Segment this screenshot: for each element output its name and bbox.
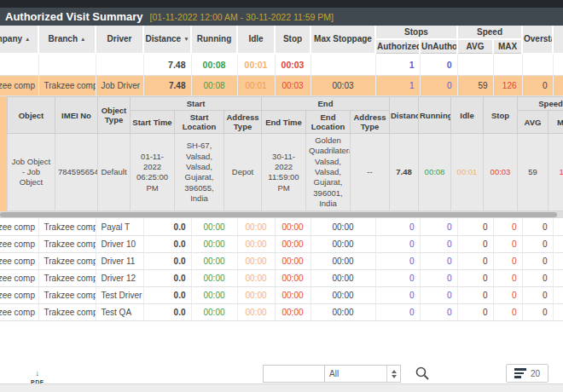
detail-col-group-end: End [262, 97, 390, 111]
cell-avg-speed: 0 [457, 235, 493, 252]
detail-horizontal-scrollbar[interactable] [0, 211, 563, 218]
col-header-avg-speed[interactable]: AVG [457, 39, 493, 54]
cell-avg-speed: 0 [457, 218, 493, 235]
cell-authorized: 1 [375, 76, 420, 96]
cell-unauthorized: 0 [420, 218, 457, 235]
col-header-running[interactable]: Running [191, 26, 237, 54]
cell-stop: 00:00 [275, 218, 311, 235]
cell-unauthorized: 0 [420, 252, 457, 269]
rows-per-page-icon [514, 368, 526, 378]
detail-col-imei: IMEI No [55, 97, 98, 134]
cell-running: 00:00 [191, 252, 237, 269]
cell-idle: 00:01 [451, 134, 484, 211]
cell-unauthorized: 0 [420, 269, 457, 286]
expanded-detail-panel: Object IMEI No Object Type Start End Dis… [0, 96, 563, 211]
sort-ascending-icon [78, 34, 85, 43]
col-header-idle[interactable]: Idle [237, 26, 275, 54]
col-label-distance: Distance [145, 34, 181, 43]
select-stepper-icon [386, 366, 400, 382]
cell-start-address-type: Depot [224, 134, 262, 211]
detail-col-address-type: Address Type [351, 111, 390, 134]
cell-distance: 0.0 [143, 218, 191, 235]
cell-avg-speed: 0 [457, 286, 493, 303]
cell-company: Trakzee comp [0, 252, 38, 269]
col-header-company[interactable]: Company [0, 26, 38, 54]
cell-total-overstay [522, 54, 553, 76]
cell-company: Trakzee comp [0, 218, 38, 235]
cell-total-running: 00:08 [191, 54, 237, 76]
cell-distance: 7.48 [390, 134, 419, 211]
detail-col-end-location: End Location [306, 111, 351, 134]
cell-idle: 00:01 [237, 76, 275, 96]
cell-overstay: 0 [522, 303, 553, 320]
table-row[interactable]: Trakzee comp Trakzee comp Driver 11 0.0 … [0, 252, 563, 269]
cell-driver: Job Driver [96, 76, 143, 96]
page-title: Authorized Visit Summary [5, 10, 143, 23]
expanded-driver-row[interactable]: Trakzee comp Trakzee comp Job Driver 7.4… [0, 76, 563, 96]
col-header-driver[interactable]: Driver [96, 26, 143, 54]
cell-overstay: 0 [522, 252, 553, 269]
table-row[interactable]: Trakzee comp Trakzee comp Driver 12 0.0 … [0, 269, 563, 286]
cell-max-stoppage: 00:00 [311, 286, 375, 303]
cell-total-unauthorized: 0 [420, 54, 457, 76]
col-header-branch[interactable]: Branch [38, 26, 96, 54]
col-header-stop[interactable]: Stop [275, 26, 311, 54]
table-row[interactable]: Trakzee comp Trakzee comp Test QA 0.0 00… [0, 303, 563, 320]
page-size-value: 20 [531, 369, 540, 378]
col-header-alert[interactable]: Alert [553, 26, 563, 54]
cell-distance: 0.0 [143, 235, 191, 252]
col-header-overstay[interactable]: Overstay [522, 26, 553, 54]
cell-alert [553, 76, 563, 96]
cell-company: Trakzee comp [0, 286, 38, 303]
report-date-range: [01-11-2022 12:00 AM - 30-11-2022 11:59 … [150, 12, 334, 22]
col-header-authorized[interactable]: Authorized [375, 39, 420, 54]
cell-max-speed: 0 [493, 269, 522, 286]
search-icon[interactable] [415, 366, 430, 384]
cell-stop: 00:03 [275, 76, 311, 96]
cell-idle: 00:00 [237, 286, 275, 303]
cell-max-stoppage: 00:00 [311, 269, 375, 286]
cell-running: 00:00 [191, 303, 237, 320]
col-group-speed: Speed [457, 26, 522, 39]
page-size-selector[interactable]: 20 [506, 364, 548, 383]
report-window: Authorized Visit Summary [01-11-2022 12:… [0, 0, 563, 392]
cell-alert [553, 303, 563, 320]
table-row[interactable]: Trakzee comp Trakzee comp Driver 10 0.0 … [0, 235, 563, 252]
search-input[interactable] [263, 365, 324, 383]
cell-distance: 0.0 [143, 269, 191, 286]
col-header-distance[interactable]: Distance [143, 26, 191, 54]
cell-max-speed: 0 [493, 235, 522, 252]
cell-end-location: Golden Quadrilateral, Valsad, Valsad, Gu… [306, 134, 351, 211]
cell-distance: 7.48 [143, 76, 191, 96]
cell-authorized: 0 [375, 218, 420, 235]
cell-idle: 00:00 [237, 218, 275, 235]
scrollbar-thumb[interactable] [0, 212, 557, 217]
cell-running: 00:00 [191, 218, 237, 235]
search-scope-select[interactable]: All [324, 365, 401, 383]
cell-running: 00:08 [191, 76, 237, 96]
cell-company: Trakzee comp [0, 269, 38, 286]
cell-end-time: 30-11-2022 11:59:00 PM [262, 134, 306, 211]
col-header-unauthorized[interactable]: UnAuthorized [420, 39, 457, 54]
cell-idle: 00:00 [237, 252, 275, 269]
cell-alert [553, 252, 563, 269]
detail-col-idle: Idle [451, 97, 484, 134]
table-row[interactable]: Trakzee comp Trakzee comp Payal T 0.0 00… [0, 218, 563, 235]
col-group-stops: Stops [375, 26, 457, 39]
cell-authorized: 0 [375, 286, 420, 303]
col-header-max-speed[interactable]: MAX [493, 39, 522, 54]
cell-max-stoppage: 00:00 [311, 303, 375, 320]
summary-table-rows: Trakzee comp Trakzee comp Payal T 0.0 00… [0, 218, 563, 321]
cell-object: Job Object - Job Object [8, 134, 55, 211]
table-row[interactable]: Trakzee comp Trakzee comp Test Driver 0.… [0, 286, 563, 303]
cell-company: Trakzee comp [0, 76, 38, 96]
detail-col-group-speed: Speed [518, 97, 563, 111]
cell-running: 00:00 [191, 269, 237, 286]
export-pdf-button[interactable]: PDF [31, 364, 44, 385]
detail-col-running: Running [419, 97, 451, 134]
cell-stop: 00:00 [275, 286, 311, 303]
cell-max-stoppage: 00:00 [311, 235, 375, 252]
cell-running: 00:00 [191, 235, 237, 252]
cell-idle: 00:00 [237, 303, 275, 320]
col-header-max-stoppage[interactable]: Max Stoppage [311, 26, 375, 54]
